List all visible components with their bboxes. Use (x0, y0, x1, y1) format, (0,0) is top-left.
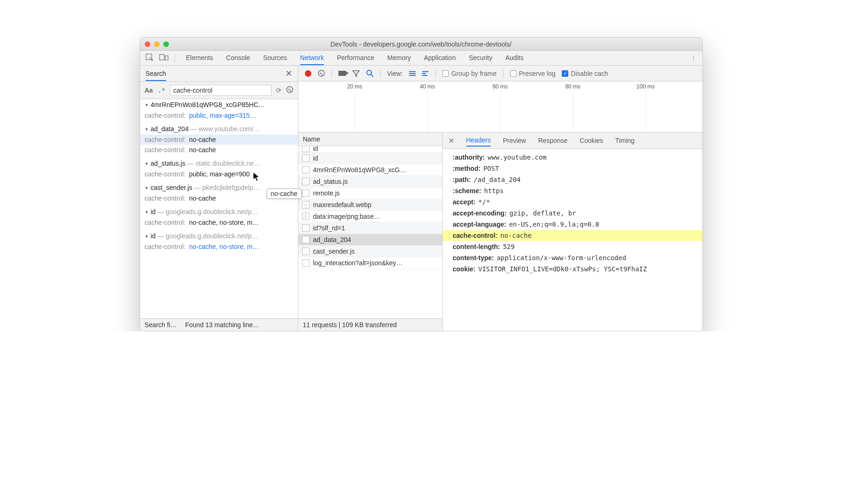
regex-toggle[interactable]: .* (157, 87, 165, 94)
view-label: View: (387, 70, 403, 77)
request-list-footer: 11 requests | 109 KB transferred (298, 318, 442, 331)
request-row[interactable]: id (298, 146, 442, 153)
header-row: cache-control: no-cache (443, 230, 702, 241)
network-timeline[interactable]: 20 ms40 ms60 ms80 ms100 ms (298, 81, 702, 133)
detail-tab-headers[interactable]: Headers (466, 134, 491, 147)
tab-sources[interactable]: Sources (263, 51, 287, 65)
search-result-match[interactable]: cache-control: no-cache, no-store, m… (140, 217, 298, 228)
search-bar: Aa .* ⟳ (140, 82, 298, 99)
tab-console[interactable]: Console (226, 51, 250, 65)
search-footer: Search fi… Found 13 matching line… (140, 318, 298, 331)
screenshots-toggle-icon[interactable] (338, 71, 346, 76)
request-row[interactable]: id (298, 153, 442, 164)
tab-audits[interactable]: Audits (505, 51, 524, 65)
search-result-match[interactable]: cache-control: public, max-age=900 (140, 169, 298, 179)
request-row[interactable]: cast_sender.js (298, 246, 442, 257)
request-row[interactable]: ⎮data:image/png;base… (298, 211, 442, 222)
header-row: :scheme: https (443, 185, 702, 196)
close-detail-icon[interactable]: ✕ (448, 136, 454, 145)
preserve-log-checkbox[interactable]: Preserve log (510, 70, 556, 77)
request-list-header[interactable]: Name (298, 133, 442, 146)
request-row[interactable]: ad_status.js (298, 176, 442, 188)
search-result-group[interactable]: ad_status.js — static.doubleclick.ne… (140, 158, 298, 169)
overview-toggle[interactable] (422, 71, 429, 76)
request-row[interactable]: 4mrRnEPnWo81qWPG8_xcG… (298, 164, 442, 176)
request-row[interactable]: ad_data_204 (298, 234, 442, 246)
file-type-icon (302, 166, 310, 174)
timeline-tick: 60 ms (492, 83, 508, 90)
tab-elements[interactable]: Elements (186, 51, 213, 65)
search-result-group[interactable]: ad_data_204 — www.youtube.com/… (140, 123, 298, 134)
request-name: cast_sender.js (313, 248, 355, 255)
tab-memory[interactable]: Memory (387, 51, 411, 65)
request-name: 4mrRnEPnWo81qWPG8_xcG… (313, 166, 406, 174)
search-result-match[interactable]: cache-control: no-cache (140, 134, 298, 145)
timeline-tick: 80 ms (565, 83, 580, 90)
detail-tabs: ✕ HeadersPreviewResponseCookiesTiming (443, 133, 702, 149)
separator (175, 54, 175, 62)
request-row[interactable]: log_interaction?alt=json&key… (298, 257, 442, 269)
filter-toggle-icon[interactable] (352, 70, 360, 77)
header-row: content-length: 529 (443, 241, 702, 252)
svg-line-4 (371, 74, 373, 77)
request-row[interactable]: id?slf_rd=1 (298, 222, 442, 234)
network-panel: View: Group by frame Preserve log Disabl… (298, 66, 702, 331)
request-list-column: Name idid4mrRnEPnWo81qWPG8_xcG…ad_status… (298, 133, 443, 331)
request-name: log_interaction?alt=json&key… (313, 259, 403, 267)
devtools-window: DevTools - developers.google.com/web/too… (140, 37, 703, 331)
separator (331, 69, 332, 78)
search-result-match[interactable]: cache-control: no-cache (140, 145, 298, 155)
tab-application[interactable]: Application (424, 51, 456, 65)
request-name: maxresdefault.webp (313, 201, 371, 208)
hover-tooltip: no-cache (267, 188, 302, 199)
file-type-icon (302, 224, 310, 232)
request-row[interactable]: =maxresdefault.webp (298, 199, 442, 211)
group-by-frame-checkbox[interactable]: Group by frame (442, 70, 496, 77)
svg-point-3 (367, 70, 371, 75)
clear-button[interactable] (318, 70, 325, 77)
record-button[interactable] (305, 70, 311, 77)
case-sensitive-toggle[interactable]: Aa (145, 87, 153, 94)
close-search-icon[interactable]: ✕ (285, 68, 292, 79)
group-by-frame-label: Group by frame (451, 70, 496, 77)
header-row: accept-encoding: gzip, deflate, br (443, 208, 702, 219)
detail-tab-preview[interactable]: Preview (503, 135, 526, 146)
large-rows-toggle[interactable] (409, 71, 416, 76)
search-input[interactable] (170, 85, 271, 96)
request-name: ad_data_204 (313, 236, 351, 243)
detail-tab-response[interactable]: Response (538, 135, 567, 146)
timeline-tick: 40 ms (420, 83, 435, 90)
tab-performance[interactable]: Performance (337, 51, 374, 65)
search-result-group[interactable]: id — googleads.g.doubleclick.net/p… (140, 206, 298, 217)
inspect-icon[interactable] (146, 54, 153, 62)
search-result-match[interactable]: cache-control: no-cache, no-store, m… (140, 242, 298, 252)
tab-network[interactable]: Network (300, 51, 324, 65)
request-name: data:image/png;base… (313, 213, 381, 220)
file-type-icon (302, 189, 310, 197)
search-result-match[interactable]: cache-control: public, max-age=315… (140, 110, 298, 121)
disable-cache-checkbox[interactable]: Disable cach (562, 70, 608, 77)
refresh-search-icon[interactable]: ⟳ (276, 87, 282, 94)
search-result-group[interactable]: id — googleads.g.doubleclick.net/p… (140, 230, 298, 242)
search-footer-left: Search fi… (145, 321, 177, 329)
clear-search-icon[interactable] (286, 86, 293, 94)
separator (380, 69, 381, 78)
header-row: :path: /ad_data_204 (443, 174, 702, 185)
detail-tab-cookies[interactable]: Cookies (579, 135, 603, 146)
search-toggle-icon[interactable] (366, 70, 374, 77)
separator (503, 69, 504, 78)
tab-security[interactable]: Security (469, 51, 492, 65)
search-results: 4mrRnEPnWo81qWPG8_xcGP85HC…cache-control… (140, 99, 298, 318)
device-toggle-icon[interactable] (160, 54, 168, 62)
request-name: remote.js (313, 189, 340, 197)
search-panel-title: Search (146, 70, 166, 81)
more-menu-icon[interactable]: ⋮ (690, 54, 697, 62)
file-type-icon (302, 178, 310, 185)
file-type-icon (302, 146, 310, 152)
timeline-tick: 20 ms (347, 83, 363, 90)
file-type-icon (302, 236, 310, 243)
request-row[interactable]: remote.js (298, 188, 442, 199)
detail-tab-timing[interactable]: Timing (615, 135, 635, 146)
search-result-group[interactable]: 4mrRnEPnWo81qWPG8_xcGP85HC… (140, 99, 298, 110)
svg-rect-2 (165, 56, 168, 60)
